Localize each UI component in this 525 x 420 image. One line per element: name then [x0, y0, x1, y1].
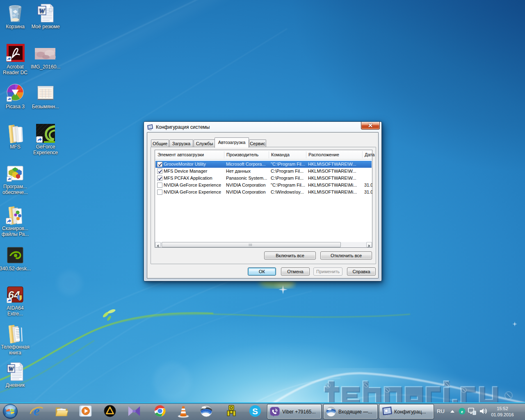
svg-text:e: e: [33, 404, 39, 418]
svg-text:S: S: [252, 406, 258, 416]
svg-text:e: e: [461, 409, 463, 414]
svg-text:W: W: [39, 7, 46, 15]
svg-text:W: W: [8, 365, 14, 372]
